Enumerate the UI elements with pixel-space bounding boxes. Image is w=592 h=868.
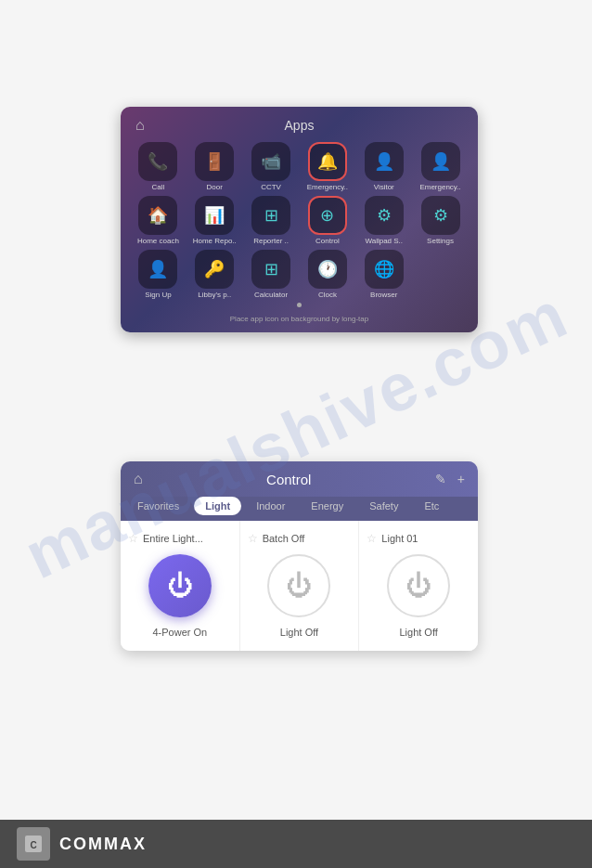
app-icon-clock: 🕐	[308, 250, 347, 289]
app-item-visitor[interactable]: 👤Visitor	[357, 142, 410, 192]
app-icon-calculator: ⊞	[251, 250, 290, 289]
app-item-call[interactable]: 📞Call	[132, 142, 185, 192]
app-icon-libbys_password: 🔑	[195, 250, 234, 289]
app-icon-door: 🚪	[195, 142, 234, 181]
app-label-sign_up: Sign Up	[145, 291, 171, 300]
control-header: ⌂ Control ✎ +	[121, 461, 478, 497]
app-label-call: Call	[152, 184, 165, 192]
control-add-icon[interactable]: +	[457, 472, 465, 486]
commax-logo-icon: C	[23, 834, 44, 854]
control-cell-1: ☆Batch Off⏻Light Off	[240, 521, 359, 651]
app-item-calculator[interactable]: ⊞Calculator	[245, 250, 298, 300]
control-home-icon[interactable]: ⌂	[134, 471, 143, 487]
app-label-browser: Browser	[370, 291, 397, 300]
control-panel: ⌂ Control ✎ + FavoritesLightIndoorEnergy…	[121, 461, 478, 651]
control-grid: ☆Entire Light...⏻4-Power On☆Batch Off⏻Li…	[121, 521, 478, 651]
footer-bar: C COMMAX	[0, 820, 592, 868]
app-item-clock[interactable]: 🕐Clock	[301, 250, 354, 300]
cell-star-2[interactable]: ☆	[367, 532, 377, 545]
app-item-emergency_operation[interactable]: 🔔Emergency..	[301, 142, 354, 192]
tab-favorites[interactable]: Favorites	[126, 497, 190, 515]
app-icon-cctv: 📹	[251, 142, 290, 181]
footer-brand-text: COMMAX	[59, 835, 147, 854]
app-label-emergency_log: Emergency..	[419, 184, 460, 192]
tab-etc[interactable]: Etc	[413, 497, 450, 515]
cell-name-2: Light 01	[381, 533, 418, 544]
control-tabs: FavoritesLightIndoorEnergySafetyEtc	[121, 497, 478, 521]
app-label-visitor: Visitor	[374, 184, 394, 192]
footer-logo: C	[17, 827, 50, 861]
app-label-cctv: CCTV	[261, 184, 281, 192]
app-item-control[interactable]: ⊕Control	[301, 196, 354, 246]
control-edit-icon[interactable]: ✎	[435, 472, 446, 486]
power-btn-0[interactable]: ⏻	[148, 554, 212, 617]
app-label-home_coach: Home coach	[137, 238, 179, 246]
tab-energy[interactable]: Energy	[300, 497, 354, 515]
app-label-wallpad_setting: Wallpad S..	[365, 238, 403, 246]
cell-status-0: 4-Power On	[152, 627, 207, 638]
app-item-libbys_password[interactable]: 🔑Libby's p..	[188, 250, 241, 300]
cell-top-row-1: ☆Batch Off	[248, 532, 352, 545]
apps-dot	[297, 303, 302, 307]
app-item-home_reporter[interactable]: 📊Home Repo..	[188, 196, 241, 246]
app-item-wallpad_setting[interactable]: ⚙Wallpad S..	[357, 196, 410, 246]
app-label-settings: Settings	[427, 238, 454, 246]
apps-grid: 📞Call🚪Door📹CCTV🔔Emergency..👤Visitor👤Emer…	[128, 142, 470, 299]
apps-header: ⌂ Apps	[128, 118, 470, 133]
app-icon-browser: 🌐	[365, 250, 404, 289]
apps-panel: ⌂ Apps 📞Call🚪Door📹CCTV🔔Emergency..👤Visit…	[121, 107, 478, 332]
cell-star-1[interactable]: ☆	[248, 532, 258, 545]
app-item-emergency_log[interactable]: 👤Emergency..	[414, 142, 467, 192]
cell-top-row-0: ☆Entire Light...	[128, 532, 232, 545]
app-icon-control: ⊕	[308, 196, 347, 235]
control-cell-0: ☆Entire Light...⏻4-Power On	[121, 521, 239, 651]
cell-name-0: Entire Light...	[143, 533, 203, 544]
svg-text:C: C	[30, 840, 36, 850]
app-icon-sign_up: 👤	[138, 250, 177, 289]
app-icon-call: 📞	[138, 142, 177, 181]
app-item-cctv[interactable]: 📹CCTV	[245, 142, 298, 192]
power-btn-2[interactable]: ⏻	[387, 554, 450, 617]
app-icon-home_reporter: 📊	[195, 196, 234, 235]
power-btn-1[interactable]: ⏻	[267, 554, 330, 617]
app-label-libbys_password: Libby's p..	[198, 291, 231, 300]
cell-top-row-2: ☆Light 01	[367, 532, 470, 545]
app-icon-emergency_log: 👤	[421, 142, 460, 181]
app-icon-visitor: 👤	[365, 142, 404, 181]
control-header-actions: ✎ +	[435, 472, 465, 486]
app-label-door: Door	[207, 184, 223, 192]
tab-indoor[interactable]: Indoor	[245, 497, 296, 515]
cell-name-1: Batch Off	[263, 533, 305, 544]
app-label-emergency_operation: Emergency..	[307, 184, 348, 192]
control-title: Control	[266, 472, 311, 487]
app-label-calculator: Calculator	[254, 291, 288, 300]
app-label-control: Control	[315, 238, 340, 246]
control-cell-2: ☆Light 01⏻Light Off	[359, 521, 478, 651]
app-item-door[interactable]: 🚪Door	[188, 142, 241, 192]
app-icon-settings: ⚙	[421, 196, 460, 235]
apps-title: Apps	[285, 118, 315, 133]
tab-safety[interactable]: Safety	[358, 497, 409, 515]
app-icon-emergency_operation: 🔔	[308, 142, 347, 181]
app-item-sign_up[interactable]: 👤Sign Up	[132, 250, 185, 300]
cell-status-1: Light Off	[280, 627, 318, 638]
apps-footer-text: Place app icon on background by long-tap	[128, 315, 470, 323]
app-label-home_reporter: Home Repo..	[193, 238, 237, 246]
app-label-clock: Clock	[318, 291, 337, 300]
apps-home-icon[interactable]: ⌂	[135, 117, 145, 134]
app-icon-wallpad_setting: ⚙	[365, 196, 404, 235]
tab-light[interactable]: Light	[194, 497, 241, 515]
app-item-settings[interactable]: ⚙Settings	[414, 196, 467, 246]
app-item-browser[interactable]: 🌐Browser	[357, 250, 410, 300]
cell-status-2: Light Off	[399, 627, 437, 638]
app-item-home_coach[interactable]: 🏠Home coach	[132, 196, 185, 246]
app-item-reporter_frame[interactable]: ⊞Reporter ..	[245, 196, 298, 246]
app-icon-reporter_frame: ⊞	[251, 196, 290, 235]
cell-star-0[interactable]: ☆	[128, 532, 138, 545]
app-label-reporter_frame: Reporter ..	[253, 238, 289, 246]
app-icon-home_coach: 🏠	[138, 196, 177, 235]
